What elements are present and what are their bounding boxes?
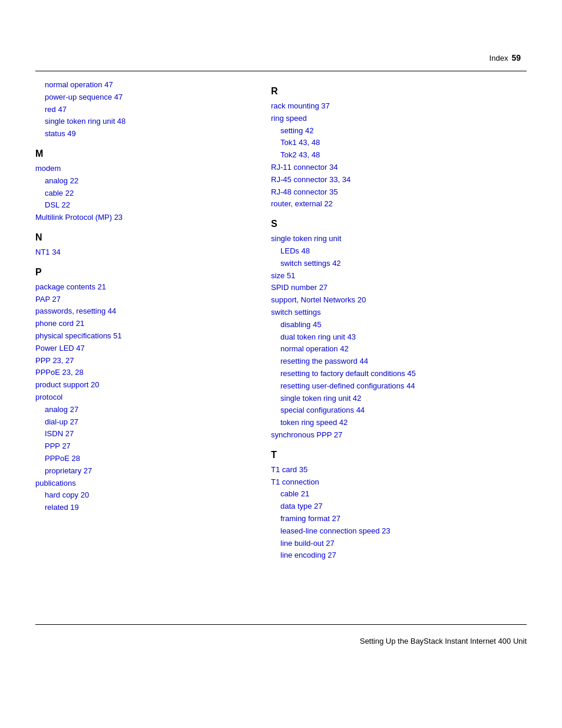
list-item: hard copy 20 <box>35 489 259 502</box>
index-entry-link[interactable]: PPP 23, 27 <box>35 356 74 365</box>
index-entry-link[interactable]: Tok2 43, 48 <box>280 150 320 159</box>
index-entry-link[interactable]: hard copy 20 <box>45 490 89 499</box>
index-entry-link[interactable]: size 51 <box>271 271 295 280</box>
index-entry-link[interactable]: dial-up 27 <box>45 417 78 426</box>
index-entry-link[interactable]: cable 22 <box>45 189 74 197</box>
list-item: cable 21 <box>271 488 527 500</box>
list-item: single token ring unit <box>271 233 527 245</box>
list-item: size 51 <box>271 270 527 282</box>
index-entry-link[interactable]: product support 20 <box>35 380 99 389</box>
list-item: resetting user-defined configurations 44 <box>271 380 527 393</box>
index-entry-link[interactable]: resetting to factory default conditions … <box>280 369 416 378</box>
footer-text: Setting Up the BayStack Instant Internet… <box>360 637 527 645</box>
index-entry-link[interactable]: PAP 27 <box>35 295 61 304</box>
index-entry-link[interactable]: line encoding 27 <box>280 551 336 559</box>
index-entry-link[interactable]: switch settings 42 <box>280 259 341 268</box>
index-entry-link[interactable]: PPPoE 23, 28 <box>35 368 84 377</box>
index-entry-link[interactable]: PPP 27 <box>45 442 71 450</box>
index-entry-link[interactable]: normal operation 42 <box>280 344 349 353</box>
index-entry-link[interactable]: single token ring unit <box>271 234 341 243</box>
index-entry-link[interactable]: PPPoE 28 <box>45 454 80 463</box>
index-entry-link[interactable]: token ring speed 42 <box>280 418 348 427</box>
index-entry-link[interactable]: RJ-11 connector 34 <box>271 163 338 172</box>
index-entry-link[interactable]: Power LED 47 <box>35 344 85 353</box>
index-entry-link[interactable]: switch settings <box>271 308 321 317</box>
list-item: related 19 <box>35 502 259 514</box>
index-entry-link[interactable]: resetting user-defined configurations 44 <box>280 381 415 390</box>
list-item: PPPoE 28 <box>35 453 259 465</box>
section-letter: N <box>35 232 259 243</box>
index-entry-link[interactable]: publications <box>35 479 76 487</box>
index-entry-link[interactable]: status 49 <box>45 129 76 138</box>
index-entry-link[interactable]: framing format 27 <box>280 514 340 523</box>
header: Index 59 <box>490 53 521 62</box>
list-item: cable 22 <box>35 187 259 200</box>
index-entry-link[interactable]: data type 27 <box>280 502 323 510</box>
index-entry-link[interactable]: LEDs 48 <box>280 246 310 255</box>
index-entry-link[interactable]: red 47 <box>45 105 67 114</box>
list-item: disabling 45 <box>271 319 527 331</box>
section-letter: S <box>271 219 527 229</box>
index-entry-link[interactable]: proprietary 27 <box>45 466 92 475</box>
index-entry-link[interactable]: power-up sequence 47 <box>45 93 123 101</box>
list-item: switch settings 42 <box>271 258 527 270</box>
list-item: T1 connection <box>271 476 527 489</box>
index-entry-link[interactable]: ring speed <box>271 114 307 123</box>
index-entry-link[interactable]: Multilink Protocol (MP) 23 <box>35 213 123 222</box>
index-entry-link[interactable]: RJ-48 connector 35 <box>271 187 338 196</box>
index-entry-link[interactable]: passwords, resetting 44 <box>35 307 116 315</box>
index-entry-link[interactable]: SPID number 27 <box>271 283 328 292</box>
index-entry-link[interactable]: cable 21 <box>280 489 309 498</box>
index-entry-link[interactable]: synchronous PPP 27 <box>271 430 342 439</box>
index-entry-link[interactable]: physical specifications 51 <box>35 331 122 340</box>
index-entry-link[interactable]: analog 22 <box>45 176 78 185</box>
list-item: PPP 27 <box>35 440 259 453</box>
index-entry-link[interactable]: setting 42 <box>280 126 313 135</box>
index-entry-link[interactable]: normal operation 47 <box>45 80 113 89</box>
index-entry-link[interactable]: Tok1 43, 48 <box>280 138 320 147</box>
index-entry-link[interactable]: leased-line connection speed 23 <box>280 526 390 535</box>
list-item: PAP 27 <box>35 294 259 306</box>
index-entry-link[interactable]: T1 connection <box>271 477 319 486</box>
list-item: setting 42 <box>271 125 527 137</box>
index-entry-link[interactable]: single token ring unit 42 <box>280 394 361 403</box>
index-entry-link[interactable]: support, Nortel Networks 20 <box>271 295 366 304</box>
index-entry-link[interactable]: package contents 21 <box>35 282 106 291</box>
index-entry-link[interactable]: line build-out 27 <box>280 539 335 548</box>
index-entry-link[interactable]: ISDN 27 <box>45 429 74 438</box>
index-entry-link[interactable]: DSL 22 <box>45 200 70 209</box>
index-entry-link[interactable]: disabling 45 <box>280 320 321 329</box>
list-item: line encoding 27 <box>271 549 527 562</box>
list-item: normal operation 47 <box>35 79 259 91</box>
top-entries-group: normal operation 47power-up sequence 47r… <box>35 79 259 140</box>
index-entry-link[interactable]: resetting the password 44 <box>280 357 368 365</box>
index-entry-link[interactable]: T1 card 35 <box>271 465 308 474</box>
list-item: resetting the password 44 <box>271 355 527 368</box>
list-item: router, external 22 <box>271 198 527 210</box>
index-entry-link[interactable]: special configurations 44 <box>280 406 365 414</box>
index-entry-link[interactable]: phone cord 21 <box>35 319 84 328</box>
index-entry-link[interactable]: RJ-45 connector 33, 34 <box>271 175 351 184</box>
list-item: status 49 <box>35 128 259 140</box>
index-entry-link[interactable]: NT1 34 <box>35 248 61 256</box>
footer: Setting Up the BayStack Instant Internet… <box>35 637 527 645</box>
list-item: power-up sequence 47 <box>35 91 259 104</box>
list-item: product support 20 <box>35 379 259 391</box>
index-entry-link[interactable]: dual token ring unit 43 <box>280 332 356 341</box>
index-entry-link[interactable]: modem <box>35 164 61 173</box>
list-item: phone cord 21 <box>35 318 259 330</box>
list-item: switch settings <box>271 307 527 319</box>
list-item: normal operation 42 <box>271 343 527 355</box>
list-item: single token ring unit 42 <box>271 393 527 405</box>
list-item: single token ring unit 48 <box>35 116 259 128</box>
index-entry-link[interactable]: analog 27 <box>45 405 78 414</box>
section-letter: P <box>35 267 259 278</box>
index-entry-link[interactable]: protocol <box>35 393 62 401</box>
index-entry-link[interactable]: rack mounting 37 <box>271 101 330 110</box>
index-entry-link[interactable]: related 19 <box>45 503 79 512</box>
list-item: dual token ring unit 43 <box>271 331 527 344</box>
list-item: protocol <box>35 391 259 404</box>
section-letter: M <box>35 149 259 159</box>
index-entry-link[interactable]: router, external 22 <box>271 199 333 208</box>
index-entry-link[interactable]: single token ring unit 48 <box>45 117 125 126</box>
